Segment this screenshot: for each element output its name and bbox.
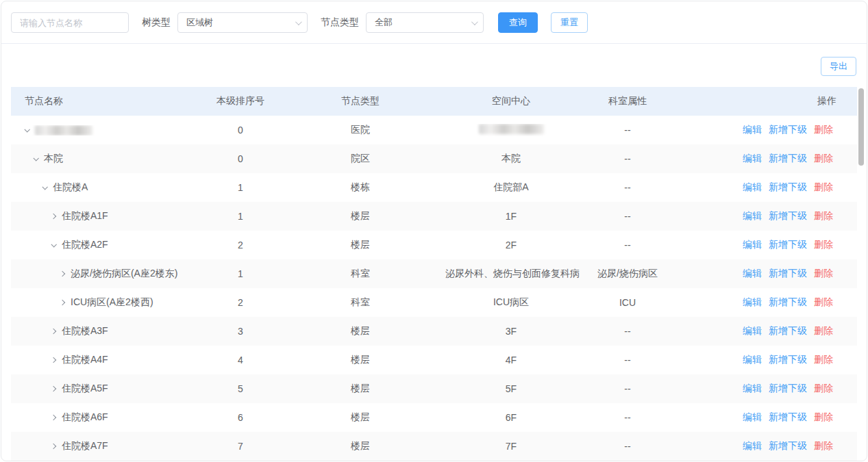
- chevron-down-icon: [295, 18, 302, 25]
- reset-button[interactable]: 重置: [551, 12, 588, 33]
- add-child-link[interactable]: 新增下级: [769, 383, 807, 395]
- dept-attribute-cell: ICU: [580, 297, 675, 308]
- expand-icon[interactable]: [51, 214, 56, 219]
- export-button[interactable]: 导出: [821, 57, 856, 76]
- delete-link[interactable]: 删除: [814, 153, 833, 165]
- dept-attribute-cell: --: [580, 125, 675, 136]
- edit-link[interactable]: 编辑: [743, 239, 762, 251]
- dept-attribute-cell: --: [580, 240, 675, 251]
- node-name-text: 住院楼A6F: [62, 411, 108, 424]
- node-name-text: 住院楼A3F: [62, 325, 108, 337]
- add-child-link[interactable]: 新增下级: [769, 210, 807, 222]
- space-center-cell: 泌尿外科、烧伤与创面修复科病区: [443, 268, 580, 280]
- operations-cell: 编辑新增下级删除: [675, 181, 857, 194]
- edit-link[interactable]: 编辑: [743, 124, 762, 136]
- dept-attribute-cell: --: [580, 153, 675, 164]
- expand-icon[interactable]: [60, 300, 65, 305]
- table-row: ICU病区(A座2楼西)2科室ICU病区ICU编辑新增下级删除: [11, 288, 857, 317]
- operations-cell: 编辑新增下级删除: [675, 239, 857, 251]
- node-type-cell: 医院: [278, 124, 443, 136]
- add-child-link[interactable]: 新增下级: [769, 153, 807, 165]
- expand-icon[interactable]: [60, 271, 65, 277]
- node-type-cell: 楼层: [278, 354, 443, 366]
- sort-number-cell: 4: [203, 355, 278, 365]
- add-child-link[interactable]: 新增下级: [769, 268, 807, 280]
- delete-link[interactable]: 删除: [814, 411, 833, 424]
- node-type-cell: 楼层: [278, 440, 443, 452]
- edit-link[interactable]: 编辑: [743, 268, 762, 280]
- edit-link[interactable]: 编辑: [743, 383, 762, 395]
- space-center-cell: 7F: [443, 441, 580, 452]
- redacted-space-center: [479, 124, 544, 134]
- table-row: 住院楼A4F4楼层4F--编辑新增下级删除: [11, 346, 857, 374]
- add-child-link[interactable]: 新增下级: [769, 440, 807, 452]
- node-type-select[interactable]: 全部: [366, 12, 484, 33]
- delete-link[interactable]: 删除: [814, 124, 833, 136]
- table-header: 节点名称 本级排序号 节点类型 空间中心 科室属性 操作: [11, 87, 857, 116]
- edit-link[interactable]: 编辑: [743, 411, 762, 424]
- edit-link[interactable]: 编辑: [743, 153, 762, 165]
- operations-cell: 编辑新增下级删除: [675, 153, 857, 165]
- node-name-cell: [11, 125, 203, 136]
- add-child-link[interactable]: 新增下级: [769, 325, 807, 337]
- expand-icon[interactable]: [51, 329, 56, 334]
- delete-link[interactable]: 删除: [814, 239, 833, 251]
- expand-icon[interactable]: [51, 386, 56, 392]
- sort-number-cell: 2: [203, 297, 278, 308]
- tree-type-select[interactable]: 区域树: [177, 12, 308, 33]
- collapse-icon[interactable]: [33, 155, 38, 161]
- node-name-text: 泌尿/烧伤病区(A座2楼东): [71, 268, 177, 280]
- expand-icon[interactable]: [51, 444, 56, 449]
- node-name-cell: 住院楼A3F: [11, 325, 203, 337]
- dept-attribute-cell: 泌尿/烧伤病区: [580, 268, 675, 280]
- collapse-icon[interactable]: [24, 127, 29, 132]
- collapse-icon[interactable]: [42, 184, 47, 190]
- delete-link[interactable]: 删除: [814, 440, 833, 452]
- vertical-scrollbar-thumb[interactable]: [858, 88, 864, 166]
- edit-link[interactable]: 编辑: [743, 210, 762, 222]
- add-child-link[interactable]: 新增下级: [769, 354, 807, 366]
- add-child-link[interactable]: 新增下级: [769, 239, 807, 251]
- node-type-cell: 院区: [278, 153, 443, 165]
- delete-link[interactable]: 删除: [814, 210, 833, 222]
- edit-link[interactable]: 编辑: [743, 325, 762, 337]
- node-name-cell: 住院楼A1F: [11, 210, 203, 222]
- collapse-icon[interactable]: [51, 242, 56, 247]
- space-center-cell: ICU病区: [443, 296, 580, 309]
- node-type-cell: 楼层: [278, 239, 443, 251]
- add-child-link[interactable]: 新增下级: [769, 181, 807, 194]
- node-type-cell: 科室: [278, 268, 443, 280]
- expand-icon[interactable]: [51, 357, 56, 363]
- delete-link[interactable]: 删除: [814, 383, 833, 395]
- dept-attribute-cell: --: [580, 355, 675, 365]
- delete-link[interactable]: 删除: [814, 296, 833, 309]
- add-child-link[interactable]: 新增下级: [769, 411, 807, 424]
- operations-cell: 编辑新增下级删除: [675, 124, 857, 136]
- operations-cell: 编辑新增下级删除: [675, 354, 857, 366]
- edit-link[interactable]: 编辑: [743, 354, 762, 366]
- node-table: 节点名称 本级排序号 节点类型 空间中心 科室属性 操作 0医院--编辑新增下级…: [11, 87, 857, 461]
- sort-number-cell: 7: [203, 441, 278, 452]
- edit-link[interactable]: 编辑: [743, 296, 762, 309]
- dept-attribute-cell: --: [580, 412, 675, 423]
- dept-attribute-cell: --: [580, 326, 675, 337]
- sort-number-cell: 2: [203, 240, 278, 251]
- delete-link[interactable]: 删除: [814, 325, 833, 337]
- node-name-input[interactable]: [11, 12, 129, 33]
- edit-link[interactable]: 编辑: [743, 181, 762, 194]
- sort-number-cell: 3: [203, 326, 278, 337]
- sort-number-cell: 0: [203, 125, 278, 136]
- add-child-link[interactable]: 新增下级: [769, 296, 807, 309]
- delete-link[interactable]: 删除: [814, 268, 833, 280]
- redacted-node-name: [35, 125, 92, 136]
- add-child-link[interactable]: 新增下级: [769, 124, 807, 136]
- node-type-cell: 楼层: [278, 411, 443, 424]
- node-type-cell: 楼层: [278, 210, 443, 222]
- delete-link[interactable]: 删除: [814, 181, 833, 194]
- table-body: 0医院--编辑新增下级删除本院0院区本院--编辑新增下级删除住院楼A1楼栋住院部…: [11, 116, 857, 461]
- space-center-cell: 6F: [443, 412, 580, 423]
- edit-link[interactable]: 编辑: [743, 440, 762, 452]
- search-button[interactable]: 查询: [498, 12, 538, 33]
- expand-icon[interactable]: [51, 415, 56, 420]
- delete-link[interactable]: 删除: [814, 354, 833, 366]
